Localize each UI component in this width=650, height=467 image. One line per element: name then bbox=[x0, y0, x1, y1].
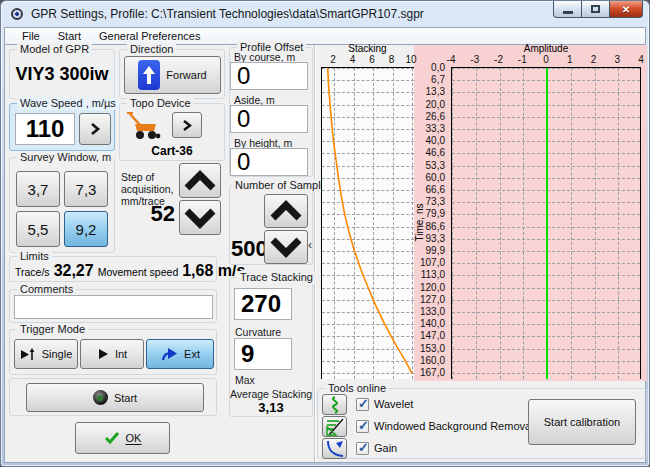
axis-tick-label: 3 bbox=[615, 54, 621, 65]
gain-checkbox[interactable]: ✓ bbox=[356, 442, 369, 455]
menu-general-preferences[interactable]: General Preferences bbox=[90, 29, 210, 43]
wave-speed-label: Wave Speed , m/µs bbox=[17, 97, 119, 110]
max-label: Max bbox=[235, 374, 255, 386]
axis-tick-label: 0 bbox=[543, 54, 549, 65]
by-height-input[interactable]: 0 bbox=[230, 148, 308, 176]
axis-tick-label: 2 bbox=[330, 54, 336, 65]
by-course-input[interactable]: 0 bbox=[230, 62, 308, 90]
trace-stacking-group: Trace Stacking 270 Curvature 9 Max Avera… bbox=[229, 277, 313, 417]
background-removal-icon bbox=[325, 418, 345, 436]
trigger-int-button[interactable]: Int bbox=[80, 339, 144, 369]
trigger-single-button[interactable]: Single bbox=[14, 339, 78, 369]
number-of-samples-group: Number of Samples 500 bbox=[229, 185, 313, 265]
time-axis-title: Time, ns bbox=[414, 201, 425, 245]
window-title: GPR Settings, Profile: C:\Transient Tech… bbox=[31, 7, 424, 21]
curvature-input[interactable]: 9 bbox=[234, 338, 292, 370]
wavelet-checkbox-label: Wavelet bbox=[374, 398, 413, 410]
time-tick-label: 160,0 bbox=[409, 355, 447, 366]
wave-speed-input[interactable]: 110 bbox=[15, 113, 75, 145]
time-tick-label: 133,0 bbox=[409, 306, 447, 317]
menu-file[interactable]: File bbox=[13, 29, 49, 43]
axis-tick-label: 8 bbox=[389, 54, 395, 65]
time-tick-label: 153,0 bbox=[409, 343, 447, 354]
time-tick-label: 113,0 bbox=[409, 269, 447, 280]
survey-option-5-5[interactable]: 5,5 bbox=[16, 211, 60, 247]
survey-window-label: Survey Window, m bbox=[17, 151, 114, 164]
number-of-samples-value: 500 bbox=[230, 236, 264, 262]
trace-stacking-input[interactable]: 270 bbox=[234, 288, 292, 320]
grid-line bbox=[571, 68, 572, 379]
maximize-icon bbox=[591, 5, 600, 13]
stacking-plot bbox=[321, 67, 414, 379]
background-removal-checkbox-label: Windowed Background Removal bbox=[374, 420, 534, 432]
direction-forward-label: Forward bbox=[166, 69, 206, 81]
panel-splitter[interactable] bbox=[314, 45, 316, 462]
step-increase-button[interactable] bbox=[179, 163, 221, 198]
trigger-ext-button[interactable]: Ext bbox=[146, 339, 214, 369]
axis-tick-label: 1 bbox=[567, 54, 573, 65]
background-removal-checkbox[interactable]: ✓ bbox=[356, 420, 369, 433]
topo-device-next-button[interactable] bbox=[172, 112, 202, 138]
model-of-gpr-group: Model of GPR VIY3 300iw bbox=[9, 49, 115, 99]
comments-input[interactable] bbox=[14, 295, 213, 319]
survey-option-3-7[interactable]: 3,7 bbox=[16, 171, 60, 207]
trace-stacking-label: Trace Stacking bbox=[237, 271, 316, 284]
start-group: Start bbox=[9, 378, 217, 416]
chevron-down-icon bbox=[268, 235, 304, 259]
trigger-int-label: Int bbox=[115, 348, 127, 360]
maximize-button[interactable] bbox=[582, 1, 610, 18]
amplitude-plot bbox=[451, 67, 641, 379]
amplitude-plot-title: Amplitude bbox=[451, 43, 641, 54]
time-tick-label: 167,0 bbox=[409, 367, 447, 378]
axis-tick-label: 2 bbox=[591, 54, 597, 65]
survey-option-9-2[interactable]: 9,2 bbox=[64, 211, 108, 247]
wavelet-checkbox[interactable]: ✓ bbox=[356, 398, 369, 411]
close-button[interactable]: ✕ bbox=[610, 1, 643, 18]
ok-button-label: OK bbox=[126, 432, 142, 444]
background-removal-tool-button[interactable] bbox=[322, 416, 347, 437]
grid-line bbox=[523, 68, 524, 379]
wavelet-tool-button[interactable] bbox=[322, 394, 347, 415]
chevron-right-icon bbox=[88, 122, 102, 136]
menu-start[interactable]: Start bbox=[49, 29, 90, 43]
ext-trigger-icon bbox=[160, 347, 178, 362]
minimize-button[interactable] bbox=[553, 1, 582, 18]
zero-amplitude-line bbox=[546, 68, 548, 379]
samples-decrease-button[interactable] bbox=[264, 230, 308, 264]
start-calibration-button[interactable]: Start calibration bbox=[528, 399, 636, 445]
axis-tick-label: 4 bbox=[638, 54, 644, 65]
topo-device-label: Topo Device bbox=[127, 97, 194, 110]
record-icon bbox=[93, 390, 108, 405]
chevron-right-icon bbox=[181, 119, 193, 132]
start-button[interactable]: Start bbox=[26, 383, 204, 412]
grid-line bbox=[500, 68, 501, 379]
grid-line bbox=[476, 68, 477, 379]
samples-increase-button[interactable] bbox=[264, 194, 308, 228]
time-tick-label: 13,3 bbox=[409, 86, 447, 97]
time-tick-label: 99,9 bbox=[409, 245, 447, 256]
survey-option-7-3[interactable]: 7,3 bbox=[64, 171, 108, 207]
start-button-label: Start bbox=[114, 392, 137, 404]
chevron-up-icon bbox=[268, 199, 304, 223]
chevron-up-icon bbox=[183, 169, 217, 193]
time-tick-label: 120,0 bbox=[409, 282, 447, 293]
time-tick-label: 127,0 bbox=[409, 294, 447, 305]
step-decrease-button[interactable] bbox=[179, 200, 221, 235]
aside-input[interactable]: 0 bbox=[230, 105, 308, 133]
forward-arrow-icon bbox=[138, 60, 160, 90]
time-tick-label: 140,0 bbox=[409, 318, 447, 329]
stacking-plot-title: Stacking bbox=[321, 43, 414, 54]
time-tick-label: 66,6 bbox=[409, 184, 447, 195]
gain-checkbox-label: Gain bbox=[374, 442, 397, 454]
gain-tool-button[interactable] bbox=[322, 438, 347, 459]
wave-speed-next-button[interactable] bbox=[79, 113, 111, 145]
check-icon bbox=[104, 431, 120, 445]
cart-icon bbox=[126, 110, 162, 142]
topo-device-value: Cart-36 bbox=[120, 144, 224, 158]
average-stacking-label: Average Stacking bbox=[230, 388, 312, 400]
direction-forward-button[interactable]: Forward bbox=[124, 56, 221, 94]
time-tick-label: 20,0 bbox=[409, 99, 447, 110]
comments-group: Comments bbox=[9, 289, 217, 323]
ok-button[interactable]: OK bbox=[75, 422, 170, 454]
title-bar[interactable]: GPR Settings, Profile: C:\Transient Tech… bbox=[1, 1, 649, 27]
